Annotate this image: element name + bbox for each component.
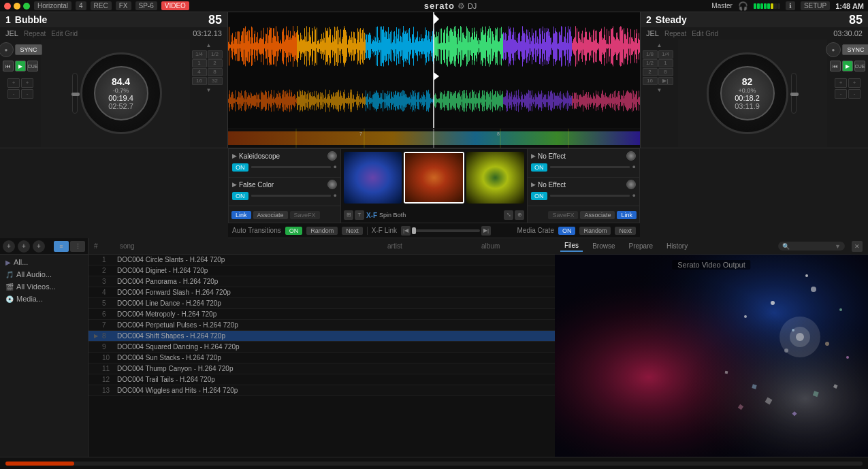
auto-transitions-random-button[interactable]: Random (306, 227, 338, 235)
fx3-on-button[interactable]: ON (531, 163, 547, 172)
fx1-on-button[interactable]: ON (232, 163, 248, 172)
waveform-overview[interactable]: 7 8 (228, 129, 640, 148)
remove-button[interactable]: + (33, 240, 45, 253)
search-input[interactable] (792, 242, 833, 250)
sidebar-item-all-audio[interactable]: 🎵 All Audio... (0, 268, 88, 280)
tab-prepare[interactable]: Prepare (624, 241, 657, 251)
sidebar-item-all[interactable]: ▶ All... (0, 256, 88, 268)
prev-left-button[interactable]: ⏮ (3, 61, 14, 71)
fx2-on-button[interactable]: ON (232, 192, 248, 200)
track-row[interactable]: 13 DOC004 Wiggles and Hits - H.264 720p (89, 385, 555, 396)
associate-right-button[interactable]: Associate (580, 211, 615, 219)
tab-browse[interactable]: Browse (588, 241, 619, 251)
video-button[interactable]: VIDEO (161, 1, 189, 10)
r-loop-2[interactable]: 2 (643, 68, 658, 76)
fx-button[interactable]: FX (116, 1, 131, 10)
play-left-button[interactable]: ▶ (15, 61, 26, 71)
track-row[interactable]: 11 DOC004 Thump Canyon - H.264 720p (89, 363, 555, 374)
sidebar-item-media[interactable]: 💿 Media... (0, 293, 88, 305)
loop-32[interactable]: 32 (208, 77, 223, 85)
rec-button[interactable]: REC (91, 1, 112, 10)
track-row[interactable]: 4 DOC004 Forward Slash - H.264 720p (89, 287, 555, 298)
savefx-right-button[interactable]: SaveFX (548, 211, 578, 219)
track-row[interactable]: 7 DOC004 Perpetual Pulses - H.264 720p (89, 320, 555, 331)
sp6-button[interactable]: SP-6 (135, 1, 157, 10)
fx2-knob[interactable] (327, 180, 337, 189)
tab-files[interactable]: Files (560, 240, 583, 252)
setup-button[interactable]: SETUP (801, 1, 830, 10)
track-row[interactable]: 12 DOC004 Trail Tails - H.264 720p (89, 374, 555, 385)
play-right-button[interactable]: ▶ (842, 61, 853, 71)
sync-right-button[interactable]: SYNC (842, 44, 868, 55)
nudge-down-r2[interactable]: - (848, 89, 861, 99)
prev-right-button[interactable]: ⏮ (830, 61, 841, 71)
fx4-on-button[interactable]: ON (531, 192, 547, 200)
nudge-down-r1[interactable]: - (835, 89, 847, 99)
sidebar-item-all-videos[interactable]: 🎬 All Videos... (0, 280, 88, 293)
loop-1-4[interactable]: 1/4 (192, 50, 207, 59)
track-row[interactable]: 10 DOC004 Sun Stacks - H.264 720p (89, 353, 555, 363)
link-left-button[interactable]: Link (231, 211, 251, 219)
preview-thumb-2[interactable] (404, 152, 464, 204)
nudge-down-right-l[interactable]: - (21, 89, 33, 99)
add-button[interactable]: + (18, 240, 30, 253)
media-crate-next-button[interactable]: Next (615, 227, 636, 235)
xf-center-button[interactable]: X-F (366, 212, 377, 219)
spin-label[interactable]: Spin Both (379, 212, 406, 219)
r-loop-1-8[interactable]: 1/8 (643, 50, 658, 59)
pitch-slider-right[interactable] (790, 93, 799, 96)
track-row[interactable]: 1 DOC004 Circle Slants - H.264 720p (89, 255, 555, 265)
platter-right[interactable]: 82 +0.0% 00:18.2 03:11.9 (707, 52, 788, 134)
track-row[interactable]: 2 DOC004 Diginet - H.264 720p (89, 265, 555, 276)
settings-icon[interactable]: ℹ (786, 1, 795, 10)
savefx-left-button[interactable]: SaveFX (290, 211, 320, 219)
fx4-knob[interactable] (626, 180, 636, 189)
link-right-button[interactable]: Link (617, 211, 637, 219)
nudge-up-left[interactable]: + (7, 78, 20, 88)
loop-1[interactable]: 1 (192, 59, 207, 67)
xf-fader-knob[interactable] (412, 227, 416, 234)
mode-horizontal[interactable]: Horizontal (34, 1, 71, 10)
r-loop-1-2[interactable]: 1/2 (643, 59, 658, 67)
deck-right-edit-grid[interactable]: Edit Grid (692, 30, 718, 37)
col-header-song[interactable]: song (120, 242, 382, 250)
tab-history[interactable]: History (662, 241, 692, 251)
loop-4[interactable]: 4 (192, 68, 207, 76)
vinyl-mode-left[interactable]: ● (0, 42, 14, 57)
vinyl-mode-right[interactable]: ● (826, 42, 841, 57)
r-loop-1-4[interactable]: 1/4 (658, 50, 673, 59)
deck-left-edit-grid[interactable]: Edit Grid (51, 30, 78, 37)
xf-forward-button[interactable]: ▶| (481, 226, 491, 236)
fullscreen-icon[interactable] (23, 3, 30, 10)
preview-thumb-3[interactable] (466, 152, 524, 204)
associate-left-button[interactable]: Associate (253, 211, 288, 219)
r-loop-16[interactable]: 16 (643, 77, 658, 85)
progress-bar[interactable] (5, 462, 863, 466)
loop-16[interactable]: 16 (192, 77, 207, 85)
search-close-icon[interactable]: ✕ (852, 241, 863, 252)
cue-right-button[interactable]: CUE (854, 61, 865, 71)
col-header-album[interactable]: album (481, 242, 549, 250)
r-loop-nav[interactable]: ▶| (658, 77, 673, 85)
media-crate-on-button[interactable]: ON (558, 227, 576, 235)
search-dropdown-icon[interactable]: ▼ (835, 243, 841, 250)
track-row[interactable]: 6 DOC004 Metropoly - H.264 720p (89, 309, 555, 320)
auto-transitions-on-button[interactable]: ON (285, 227, 303, 235)
auto-transitions-next-button[interactable]: Next (342, 227, 363, 235)
track-row[interactable]: 5 DOC004 Line Dance - H.264 720p (89, 298, 555, 309)
nudge-up-r1[interactable]: + (835, 78, 847, 88)
sync-left-button[interactable]: SYNC (15, 44, 42, 55)
resize-icon-2[interactable]: ⊕ (515, 210, 524, 220)
mode-4[interactable]: 4 (76, 1, 86, 10)
nudge-up-r2[interactable]: + (848, 78, 861, 88)
fx3-knob[interactable] (626, 151, 636, 161)
preview-icon-1[interactable]: ⊞ (344, 210, 353, 220)
track-row[interactable]: 3 DOC004 Panorama - H.264 720p (89, 276, 555, 287)
close-icon[interactable] (4, 3, 11, 10)
nudge-down-left[interactable]: - (7, 89, 20, 99)
pitch-slider-left[interactable] (71, 93, 80, 96)
col-header-artist[interactable]: artist (387, 242, 476, 250)
resize-icon-1[interactable]: ⤡ (504, 210, 513, 220)
r-loop-1[interactable]: 1 (658, 59, 673, 67)
media-crate-random-button[interactable]: Random (579, 227, 611, 235)
